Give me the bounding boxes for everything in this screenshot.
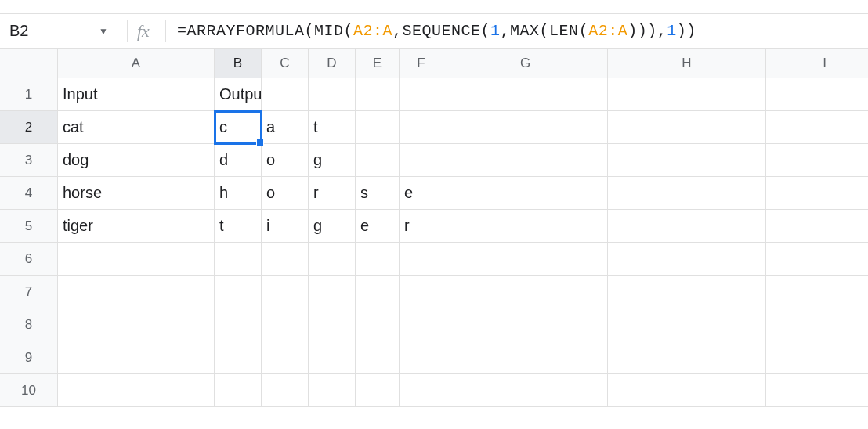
- cell-A7[interactable]: [58, 276, 215, 308]
- cell-H6[interactable]: [608, 243, 766, 276]
- cell-E6[interactable]: [356, 243, 400, 276]
- cell-E10[interactable]: [356, 374, 400, 407]
- cell-D10[interactable]: [309, 374, 356, 407]
- cell-I3[interactable]: [766, 144, 868, 177]
- cell-C6[interactable]: [262, 243, 309, 276]
- cell-I6[interactable]: [766, 243, 868, 276]
- cell-B9[interactable]: [215, 341, 262, 374]
- cell-G5[interactable]: [443, 210, 608, 243]
- cell-A6[interactable]: [58, 243, 215, 276]
- cell-E8[interactable]: [356, 308, 400, 341]
- row-header-5[interactable]: 5: [0, 210, 58, 243]
- column-header-C[interactable]: C: [262, 49, 309, 78]
- column-header-I[interactable]: I: [766, 49, 868, 78]
- cell-G4[interactable]: [443, 177, 608, 210]
- cell-G3[interactable]: [443, 144, 608, 177]
- cell-I10[interactable]: [766, 374, 868, 407]
- cell-D5[interactable]: g: [309, 210, 356, 243]
- cell-H4[interactable]: [608, 177, 766, 210]
- cell-G1[interactable]: [443, 78, 608, 111]
- cell-B1[interactable]: Output: [215, 78, 262, 111]
- cell-A1[interactable]: Input: [58, 78, 215, 111]
- cell-A4[interactable]: horse: [58, 177, 215, 210]
- cell-A10[interactable]: [58, 374, 215, 407]
- row-header-1[interactable]: 1: [0, 78, 58, 111]
- column-header-E[interactable]: E: [356, 49, 400, 78]
- column-header-H[interactable]: H: [608, 49, 766, 78]
- cell-F6[interactable]: [400, 243, 443, 276]
- cell-C3[interactable]: o: [262, 144, 309, 177]
- cell-I8[interactable]: [766, 308, 868, 341]
- cell-C10[interactable]: [262, 374, 309, 407]
- cell-A5[interactable]: tiger: [58, 210, 215, 243]
- cell-area[interactable]: InputOutputcatcatdogdoghorsehorsetigerti…: [58, 78, 868, 407]
- formula-input[interactable]: =ARRAYFORMULA(MID(A2:A,SEQUENCE(1,MAX(LE…: [177, 14, 868, 48]
- cell-H3[interactable]: [608, 144, 766, 177]
- cell-G10[interactable]: [443, 374, 608, 407]
- cell-D4[interactable]: r: [309, 177, 356, 210]
- cell-I7[interactable]: [766, 276, 868, 308]
- cell-C1[interactable]: [262, 78, 309, 111]
- row-header-6[interactable]: 6: [0, 243, 58, 276]
- cell-D6[interactable]: [309, 243, 356, 276]
- cell-B7[interactable]: [215, 276, 262, 308]
- cell-A9[interactable]: [58, 341, 215, 374]
- cell-F4[interactable]: e: [400, 177, 443, 210]
- cell-I1[interactable]: [766, 78, 868, 111]
- cell-B3[interactable]: d: [215, 144, 262, 177]
- column-header-A[interactable]: A: [58, 49, 215, 78]
- cell-H1[interactable]: [608, 78, 766, 111]
- row-header-3[interactable]: 3: [0, 144, 58, 177]
- cell-F10[interactable]: [400, 374, 443, 407]
- cell-G7[interactable]: [443, 276, 608, 308]
- cell-F3[interactable]: [400, 144, 443, 177]
- row-header-4[interactable]: 4: [0, 177, 58, 210]
- cell-I2[interactable]: [766, 111, 868, 144]
- cell-D8[interactable]: [309, 308, 356, 341]
- cell-B8[interactable]: [215, 308, 262, 341]
- cell-B6[interactable]: [215, 243, 262, 276]
- cell-H10[interactable]: [608, 374, 766, 407]
- cell-F7[interactable]: [400, 276, 443, 308]
- cell-D7[interactable]: [309, 276, 356, 308]
- cell-F2[interactable]: [400, 111, 443, 144]
- cell-A2[interactable]: cat: [58, 111, 215, 144]
- name-box[interactable]: B2 ▼: [0, 14, 118, 48]
- cell-B2[interactable]: c: [215, 111, 262, 144]
- cell-H2[interactable]: [608, 111, 766, 144]
- column-header-G[interactable]: G: [443, 49, 608, 78]
- row-header-2[interactable]: 2: [0, 111, 58, 144]
- cell-D1[interactable]: [309, 78, 356, 111]
- row-header-9[interactable]: 9: [0, 341, 58, 374]
- row-header-8[interactable]: 8: [0, 308, 58, 341]
- cell-E9[interactable]: [356, 341, 400, 374]
- cell-H7[interactable]: [608, 276, 766, 308]
- cell-E1[interactable]: [356, 78, 400, 111]
- cell-F8[interactable]: [400, 308, 443, 341]
- cell-A3[interactable]: dog: [58, 144, 215, 177]
- cell-C4[interactable]: o: [262, 177, 309, 210]
- cell-G6[interactable]: [443, 243, 608, 276]
- cell-F1[interactable]: [400, 78, 443, 111]
- row-header-7[interactable]: 7: [0, 276, 58, 308]
- column-header-F[interactable]: F: [400, 49, 443, 78]
- cell-C7[interactable]: [262, 276, 309, 308]
- column-header-B[interactable]: B: [215, 49, 262, 78]
- cell-I4[interactable]: [766, 177, 868, 210]
- cell-D3[interactable]: g: [309, 144, 356, 177]
- cell-E2[interactable]: [356, 111, 400, 144]
- cell-B4[interactable]: h: [215, 177, 262, 210]
- cell-C2[interactable]: a: [262, 111, 309, 144]
- cell-F9[interactable]: [400, 341, 443, 374]
- cell-G9[interactable]: [443, 341, 608, 374]
- cell-H5[interactable]: [608, 210, 766, 243]
- row-header-10[interactable]: 10: [0, 374, 58, 407]
- cell-B5[interactable]: t: [215, 210, 262, 243]
- cell-E7[interactable]: [356, 276, 400, 308]
- cell-E3[interactable]: [356, 144, 400, 177]
- cell-I9[interactable]: [766, 341, 868, 374]
- cell-G8[interactable]: [443, 308, 608, 341]
- cell-I5[interactable]: [766, 210, 868, 243]
- select-all-corner[interactable]: [0, 49, 58, 78]
- cell-C9[interactable]: [262, 341, 309, 374]
